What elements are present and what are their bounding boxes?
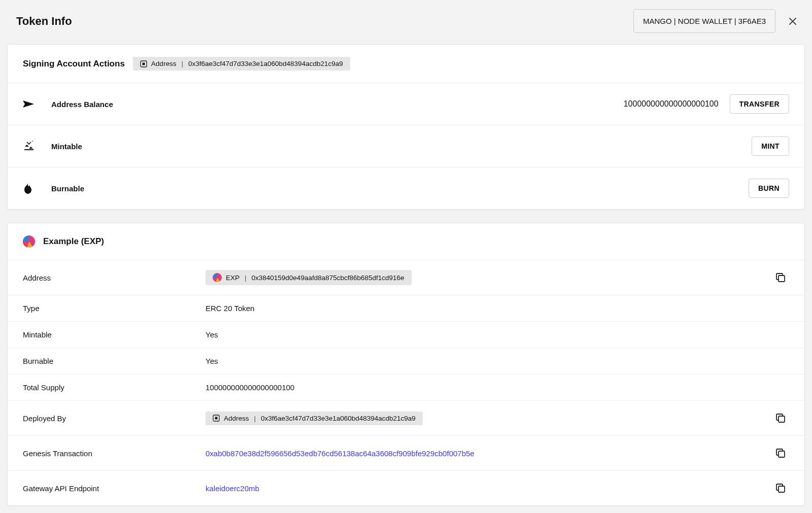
token-supply-value: 100000000000000000100 xyxy=(206,383,789,392)
token-logo-icon xyxy=(23,235,35,248)
token-address-value: 0x3840159d0e49aafd8a875cbcf86b685df1cd91… xyxy=(252,274,404,282)
svg-rect-2 xyxy=(24,149,33,150)
copy-icon[interactable] xyxy=(772,480,789,497)
copy-icon[interactable] xyxy=(772,409,789,427)
address-square-icon xyxy=(140,60,147,67)
svg-rect-6 xyxy=(215,417,218,420)
close-icon[interactable] xyxy=(785,13,801,29)
genesis-tx-key: Genesis Transaction xyxy=(23,449,195,458)
genesis-tx-link[interactable]: 0xab0b870e38d2f596656d53edb76cd56138ac64… xyxy=(206,449,762,458)
burn-button[interactable]: BURN xyxy=(749,179,789,198)
token-type-key: Type xyxy=(23,304,195,313)
page-title: Token Info xyxy=(16,15,72,28)
token-mintable-row: Mintable Yes xyxy=(8,322,804,348)
send-icon xyxy=(23,99,41,109)
token-deployedby-key: Deployed By xyxy=(23,414,195,423)
token-burnable-row: Burnable Yes xyxy=(8,348,804,374)
gateway-endpoint-link[interactable]: kaleidoerc20mb xyxy=(206,484,762,493)
mint-icon xyxy=(23,141,41,152)
burn-icon xyxy=(23,182,41,194)
token-burnable-value: Yes xyxy=(206,357,789,365)
copy-icon[interactable] xyxy=(772,269,789,286)
token-mintable-value: Yes xyxy=(206,330,789,339)
svg-rect-4 xyxy=(779,276,785,282)
mintable-row: Mintable MINT xyxy=(8,125,804,167)
wallet-selector[interactable]: MANGO | NODE WALLET | 3F6AE3 xyxy=(633,9,775,33)
token-type-row: Type ERC 20 Token xyxy=(8,295,804,322)
balance-row: Address Balance 100000000000000000100 TR… xyxy=(8,83,804,125)
gateway-endpoint-key: Gateway API Endpoint xyxy=(23,484,195,493)
balance-label: Address Balance xyxy=(51,100,113,109)
chip-address-value: 0x3f6ae3cf47d7d33e3e1a060bd48394acdb21c9… xyxy=(188,60,343,67)
token-name-title: Example (EXP) xyxy=(43,236,104,247)
transfer-button[interactable]: TRANSFER xyxy=(730,94,789,114)
token-mintable-key: Mintable xyxy=(23,330,195,339)
chip-label: Address xyxy=(224,415,249,422)
svg-rect-10 xyxy=(779,451,785,457)
token-address-chip: EXP | 0x3840159d0e49aafd8a875cbcf86b685d… xyxy=(206,270,412,285)
token-logo-icon xyxy=(213,273,222,282)
gateway-endpoint-row: Gateway API Endpoint kaleidoerc20mb xyxy=(8,471,804,505)
deployed-by-chip: Address | 0x3f6ae3cf47d7d33e3e1a060bd483… xyxy=(206,412,423,425)
burnable-row: Burnable BURN xyxy=(8,167,804,209)
svg-rect-1 xyxy=(142,62,145,65)
svg-rect-12 xyxy=(779,486,785,492)
address-square-icon xyxy=(213,415,220,422)
mint-button[interactable]: MINT xyxy=(752,136,789,156)
copy-icon[interactable] xyxy=(772,444,789,462)
token-type-value: ERC 20 Token xyxy=(206,304,789,313)
token-supply-row: Total Supply 100000000000000000100 xyxy=(8,374,804,401)
token-address-row: Address EXP | 0x3840159d0e49aafd8a875cbc… xyxy=(8,260,804,295)
signing-address-chip: Address | 0x3f6ae3cf47d7d33e3e1a060bd483… xyxy=(133,57,350,71)
token-deployedby-row: Deployed By Address | 0x3f6ae3cf47d7d33e… xyxy=(8,401,804,436)
genesis-tx-row: Genesis Transaction 0xab0b870e38d2f59665… xyxy=(8,436,804,471)
signing-actions-title: Signing Account Actions xyxy=(23,59,125,69)
balance-value: 100000000000000000100 xyxy=(624,99,719,109)
deployed-by-address: 0x3f6ae3cf47d7d33e3e1a060bd48394acdb21c9… xyxy=(261,415,416,422)
token-symbol: EXP xyxy=(226,274,240,282)
token-burnable-key: Burnable xyxy=(23,357,195,365)
svg-rect-8 xyxy=(779,416,785,422)
token-supply-key: Total Supply xyxy=(23,383,195,392)
chip-label: Address xyxy=(151,60,177,67)
signing-actions-card: Signing Account Actions Address | 0x3f6a… xyxy=(7,44,805,210)
token-details-card: Example (EXP) Address EXP | 0x3840159d0e… xyxy=(7,223,805,506)
burnable-label: Burnable xyxy=(51,184,84,193)
token-address-key: Address xyxy=(23,273,195,282)
mintable-label: Mintable xyxy=(51,142,82,151)
